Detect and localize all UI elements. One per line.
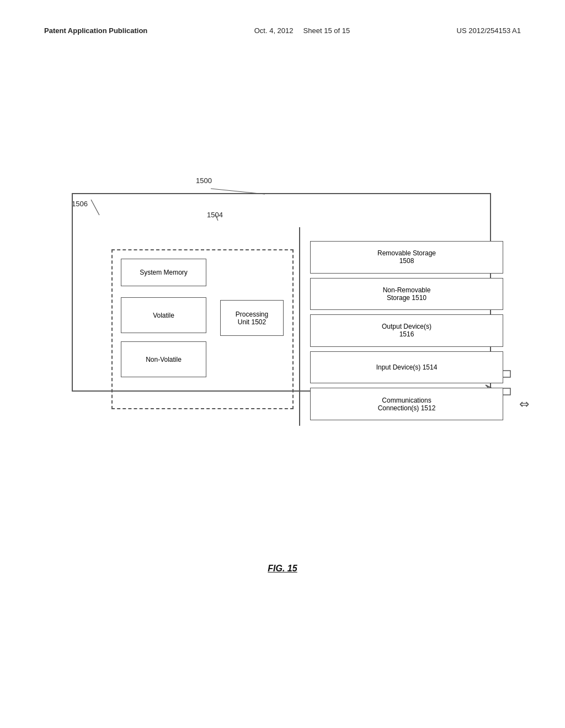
volatile-label: Volatile <box>153 312 174 319</box>
right-boxes: Removable Storage1508 Non-RemovableStora… <box>310 238 503 420</box>
communications-label: CommunicationsConnection(s) 1512 <box>378 397 436 412</box>
box-non-removable-storage: Non-RemovableStorage 1510 <box>310 278 503 311</box>
box-output-devices: Output Device(s)1516 <box>310 314 503 347</box>
removable-storage-label: Removable Storage1508 <box>377 249 436 265</box>
non-removable-storage-label: Non-RemovableStorage 1510 <box>383 286 431 302</box>
box-volatile: Volatile <box>121 297 206 333</box>
box-input-devices: Input Device(s) 1514 <box>310 351 503 384</box>
diagram-area: 1506 1500 1504 System Memory Volatile No… <box>44 160 519 414</box>
system-memory-label: System Memory <box>140 269 188 276</box>
header-patent-number: US 2012/254153 A1 <box>457 26 521 35</box>
divider-line <box>299 227 300 426</box>
box-1506: System Memory Volatile Non-Volatile Proc… <box>111 249 294 409</box>
box-1500: System Memory Volatile Non-Volatile Proc… <box>72 193 491 392</box>
ref-1500-label: 1500 <box>196 176 212 185</box>
box-non-volatile: Non-Volatile <box>121 341 206 377</box>
figure-caption: FIG. 15 <box>0 564 565 574</box>
non-volatile-label: Non-Volatile <box>146 356 182 363</box>
output-devices-label: Output Device(s)1516 <box>382 323 431 338</box>
box-communications: CommunicationsConnection(s) 1512 ⇔ <box>310 388 503 420</box>
patent-header: Patent Application Publication Oct. 4, 2… <box>44 26 521 35</box>
header-publication-label: Patent Application Publication <box>44 26 147 35</box>
box-system-memory: System Memory <box>121 259 206 286</box>
input-devices-label: Input Device(s) 1514 <box>376 363 438 371</box>
box-removable-storage: Removable Storage1508 <box>310 241 503 274</box>
box-processing-unit: ProcessingUnit 1502 <box>220 300 284 336</box>
header-date: Oct. 4, 2012 Sheet 15 of 15 <box>254 26 350 35</box>
processing-unit-label: ProcessingUnit 1502 <box>236 311 268 326</box>
comm-arrow-icon: ⇔ <box>519 397 529 411</box>
